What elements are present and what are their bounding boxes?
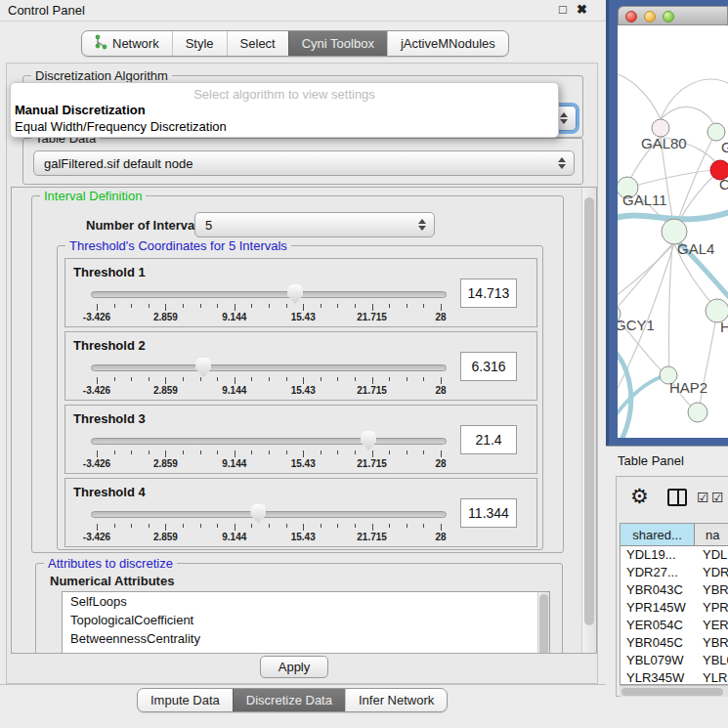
table-row[interactable]: YER054CYER0 (621, 617, 728, 634)
node-table[interactable]: shared... na YDL19...YDL1YDR27...YDR2YBR… (620, 523, 728, 685)
threshold-slider-thumb[interactable] (361, 431, 376, 450)
slider-tick (269, 524, 270, 528)
slider-tick (441, 524, 442, 531)
number-of-intervals-select[interactable]: 5 (194, 212, 435, 237)
cell-shared-name: YDL19... (621, 546, 695, 564)
table-row[interactable]: YBL079WYBL0 (621, 652, 728, 669)
table-data-select[interactable]: galFiltered.sif default node (33, 150, 575, 176)
tab-label: jActiveMNodules (401, 36, 495, 51)
threshold-label: Threshold 4 (73, 485, 146, 499)
table-panel: Table Panel ⚙ ☑ ☑ shared... na YDL19...Y… (606, 446, 728, 728)
attribute-list-item[interactable]: BetweennessCentrality (63, 629, 549, 648)
slider-tick-label: 21.715 (357, 532, 387, 542)
tab-impute-data[interactable]: Impute Data (138, 689, 233, 711)
cell-name: YDL1 (695, 546, 728, 564)
gear-icon[interactable]: ⚙ (630, 485, 649, 508)
apply-button-label: Apply (278, 660, 311, 674)
column-header-shared-name[interactable]: shared... (621, 524, 695, 546)
slider-tick (269, 304, 270, 308)
bottom-divider (0, 684, 606, 685)
close-traffic-light-icon[interactable] (625, 11, 637, 22)
slider-tick-label: 2.859 (153, 458, 178, 469)
close-window-icon[interactable]: ✖ (577, 2, 587, 17)
threshold-slider-track[interactable] (91, 511, 447, 518)
algorithm-option[interactable]: Manual Discretization (11, 102, 558, 118)
table-row[interactable]: YBR045CYBR0 (621, 634, 728, 652)
slider-tick-label: -3.426 (83, 458, 110, 469)
tab-discretize-data[interactable]: Discretize Data (233, 689, 345, 711)
slider-tick (372, 377, 373, 384)
threshold-value-field[interactable]: 11.344 (460, 498, 517, 528)
slider-tick-label: 9.144 (222, 458, 246, 469)
tab-jactivemnodules[interactable]: jActiveMNodules (387, 31, 508, 56)
network-edge (668, 244, 672, 375)
network-canvas[interactable]: GAL80GACGAL11GAL4GCY1HHAP2 (618, 25, 728, 438)
slider-tick (389, 524, 390, 528)
network-window-titlebar[interactable] (618, 6, 728, 25)
threshold-slider-track[interactable] (91, 291, 447, 298)
slider-tick (372, 450, 373, 457)
slider-tick (131, 377, 132, 381)
slider-tick (97, 377, 98, 384)
combo-arrows-icon (418, 219, 426, 231)
tab-label: Cyni Toolbox (302, 36, 374, 51)
slider-tick (372, 304, 373, 311)
tab-infer-network[interactable]: Infer Network (345, 689, 447, 711)
table-row[interactable]: YPR145WYPR1 (621, 599, 728, 617)
attribute-list-item[interactable]: SelfLoops (63, 592, 549, 611)
network-node-label: GAL11 (622, 192, 667, 208)
table-row[interactable]: YDR27...YDR2 (621, 564, 728, 581)
column-header-name[interactable]: na (695, 524, 728, 546)
tab-style[interactable]: Style (172, 31, 227, 56)
control-panel-titlebar: Control Panel □ ✖ (0, 0, 606, 21)
table-row[interactable]: YBR043CYBR0 (621, 581, 728, 599)
checked-checkbox-icon[interactable]: ☑ (711, 490, 724, 505)
table-horizontal-scrollbar[interactable] (620, 685, 728, 697)
threshold-value-field[interactable]: 21.4 (460, 425, 517, 454)
network-node[interactable] (688, 403, 707, 422)
threshold-slider-thumb[interactable] (250, 504, 266, 524)
threshold-slider-thumb[interactable] (195, 358, 211, 377)
algorithm-option[interactable]: Equal Width/Frequency Discretization (11, 118, 558, 135)
tab-network[interactable]: Network (82, 31, 172, 56)
zoom-traffic-light-icon[interactable] (663, 11, 674, 22)
slider-tick-label: -3.426 (83, 385, 110, 396)
attribute-list-item[interactable]: TopologicalCoefficient (63, 611, 549, 629)
threshold-slider-thumb[interactable] (287, 284, 303, 304)
slider-tick (251, 304, 252, 308)
split-columns-icon[interactable] (667, 489, 687, 506)
numerical-attributes-list[interactable]: SelfLoopsTopologicalCoefficientBetweenne… (62, 591, 550, 654)
slider-tick-label: 28 (435, 312, 446, 322)
slider-tick (441, 304, 442, 311)
table-panel-title: Table Panel (618, 453, 684, 468)
network-node-label: GAL4 (677, 240, 714, 257)
settings-scrollbar[interactable] (581, 188, 596, 653)
tab-select[interactable]: Select (227, 31, 288, 56)
threshold-slider-track[interactable] (91, 364, 447, 371)
table-data-value: galFiltered.sif default node (44, 156, 193, 171)
slider-tick (303, 524, 304, 531)
table-row[interactable]: YLR345WYLR3 (621, 669, 728, 685)
attributes-scrollbar[interactable] (537, 592, 549, 654)
checked-checkbox-icon[interactable]: ☑ (697, 490, 709, 505)
slider-tick (337, 524, 338, 528)
table-data-group: Table Data galFiltered.sif default node (22, 138, 583, 185)
cell-shared-name: YBR043C (621, 581, 695, 599)
minimize-traffic-light-icon[interactable] (644, 11, 656, 22)
slider-tick-label: 9.144 (222, 532, 246, 542)
apply-button[interactable]: Apply (260, 656, 328, 678)
settings-scrollpane: Interval Definition Number of Intervals … (11, 187, 597, 654)
slider-tick (217, 524, 218, 528)
cell-shared-name: YLR345W (621, 669, 695, 685)
float-window-icon[interactable]: □ (559, 2, 567, 17)
threshold-value-field[interactable]: 14.713 (460, 278, 517, 308)
algorithm-dropdown-popup: Select algorithm to view settings Manual… (10, 82, 559, 138)
slider-tick (235, 304, 236, 311)
cell-name: YDR2 (695, 564, 728, 581)
slider-tick (372, 524, 373, 531)
table-row[interactable]: YDL19...YDL1 (621, 546, 728, 564)
tab-cyni-toolbox[interactable]: Cyni Toolbox (288, 31, 387, 56)
threshold-slider-track[interactable] (91, 438, 447, 445)
network-graph[interactable]: GAL80GACGAL11GAL4GCY1HHAP2 (618, 25, 728, 438)
threshold-value-field[interactable]: 6.316 (460, 352, 517, 381)
